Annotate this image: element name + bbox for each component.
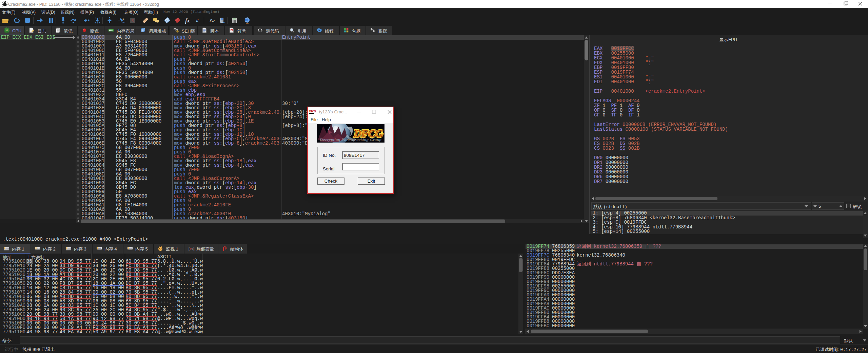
svg-text:!: ! [177,31,178,33]
svg-text:#: # [196,17,199,23]
svg-text:[: [ [189,247,190,251]
svg-text:A: A [210,18,213,23]
svg-text:=]: =] [192,247,195,251]
svg-text:32: 32 [5,29,8,32]
svg-text:S: S [131,18,134,23]
svg-text:z: z [213,19,215,23]
svg-text:Decryption Fans Cracking Group: Decryption Fans Cracking Group [319,137,382,142]
svg-text:fx: fx [185,18,190,24]
